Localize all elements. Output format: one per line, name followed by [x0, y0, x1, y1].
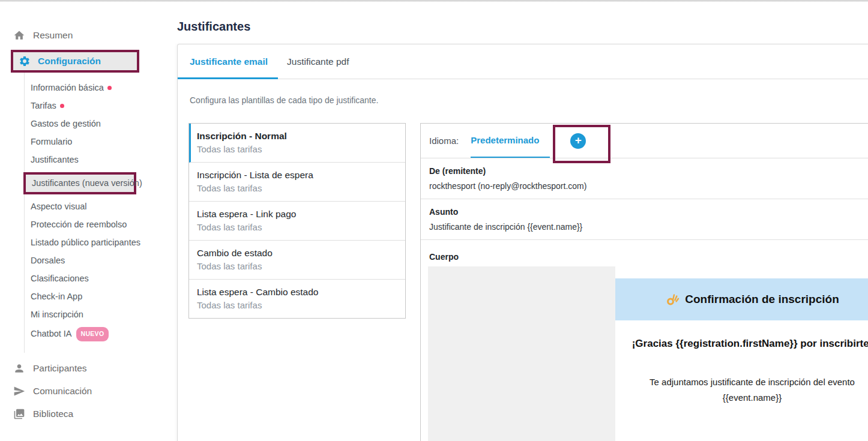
template-subtitle: Todas las tarifas [197, 143, 397, 156]
sidebar-subitem-dorsales[interactable]: Dorsales [31, 255, 142, 266]
photo-library-icon [13, 408, 25, 420]
sidebar-subitem-clasificaciones[interactable]: Clasificaciones [31, 273, 142, 284]
template-title: Inscripción - Lista de espera [197, 169, 397, 182]
template-editor-panel: Idioma: Predeterminado + De (remitente) … [420, 123, 868, 441]
tab-justificante-email[interactable]: Justificante email [190, 56, 268, 67]
field-value[interactable]: Justificante de inscripción {{event.name… [429, 222, 868, 232]
field-de-remitente: De (remitente) rockthesport (no-reply@ro… [421, 158, 868, 199]
sidebar-subitem-proteccion-de-reembolso[interactable]: Protección de reembolso [31, 219, 142, 230]
sidebar-bottom-group: Participantes Comunicación Biblioteca [0, 361, 171, 421]
email-preview: Confirmación de inscripción ¡Gracias {{r… [428, 266, 868, 441]
body-label: Cuerpo [421, 240, 868, 266]
sidebar-subitem-listado-publico-participantes[interactable]: Listado público participantes [31, 237, 142, 248]
email-preview-body: Confirmación de inscripción ¡Gracias {{r… [615, 266, 868, 441]
sidebar-item-label: Configuración [38, 56, 101, 67]
email-body-text: Te adjuntamos justificante de inscripció… [615, 374, 868, 406]
sidebar-item-resumen[interactable]: Resumen [13, 29, 171, 42]
subitem-label: Protección de reembolso [31, 220, 127, 229]
template-title: Cambio de estado [197, 247, 397, 260]
language-label: Idioma: [429, 136, 459, 146]
sidebar-subitem-check-in-app[interactable]: Check-in App [31, 291, 142, 302]
active-tab-underline [178, 77, 278, 79]
sidebar-subitem-tarifas[interactable]: Tarifas [31, 100, 142, 112]
alert-dot-icon [107, 86, 112, 90]
person-icon [13, 362, 25, 374]
ok-hand-emoji-icon [665, 292, 680, 307]
field-value[interactable]: rockthesport (no-reply@rockthesport.com) [429, 181, 868, 191]
sidebar-item-participantes[interactable]: Participantes [13, 361, 171, 375]
sidebar-item-label: Biblioteca [33, 409, 73, 419]
subitem-label: Formulario [31, 137, 72, 146]
alert-dot-icon [60, 104, 64, 108]
subitem-label: Listado público participantes [31, 238, 140, 247]
field-asunto: Asunto Justificante de inscripción {{eve… [421, 199, 868, 240]
subitem-label: Gastos de gestión [31, 119, 101, 128]
template-item-inscripcion-normal[interactable]: Inscripción - Normal Todas las tarifas [189, 124, 405, 163]
annotation-box-justificantes-nueva-version: Justificantes (nueva versión) [23, 172, 136, 194]
template-item-lista-espera-cambio-estado[interactable]: Lista espera - Cambio estado Todas las t… [189, 280, 405, 318]
template-title: Lista espera - Cambio estado [197, 286, 397, 299]
add-language-button[interactable]: + [570, 133, 586, 149]
main-content: Justificantes Justificante email Justifi… [177, 0, 868, 441]
sidebar-subitem-justificantes-nueva-version[interactable]: Justificantes (nueva versión) [32, 178, 143, 189]
subitem-label: Dorsales [31, 256, 65, 265]
subitem-label: Tarifas [31, 101, 56, 110]
email-greeting: ¡Gracias {{registration.firstName}} por … [615, 336, 868, 352]
sidebar-item-label: Comunicación [33, 386, 92, 397]
nuevo-badge: NUEVO [76, 327, 109, 341]
subitem-label: Justificantes [31, 155, 79, 164]
subitem-label: Mi inscripción [31, 310, 83, 319]
template-subtitle: Todas las tarifas [197, 260, 397, 273]
template-subtitle: Todas las tarifas [197, 221, 397, 234]
content-row: Inscripción - Normal Todas las tarifas I… [178, 105, 868, 441]
subitem-label: Check-in App [31, 292, 82, 301]
subitem-label: Justificantes (nueva versión) [32, 178, 142, 188]
subitem-label: Clasificaciones [31, 274, 89, 283]
gear-icon [19, 55, 31, 67]
template-subtitle: Todas las tarifas [197, 299, 397, 312]
template-item-inscripcion-lista-de-espera[interactable]: Inscripción - Lista de espera Todas las … [189, 163, 405, 202]
sidebar-subitem-justificantes[interactable]: Justificantes [31, 154, 142, 166]
sidebar-item-configuracion[interactable]: Configuración [19, 55, 101, 67]
sidebar-item-comunicacion[interactable]: Comunicación [13, 384, 171, 398]
sidebar-subitem-aspecto-visual[interactable]: Aspecto visual [31, 201, 142, 212]
annotation-box-configuracion: Configuración [11, 50, 139, 73]
language-tab-predeterminado[interactable]: Predeterminado [471, 124, 550, 158]
template-item-lista-espera-link-pago[interactable]: Lista espera - Link pago Todas las tarif… [189, 202, 405, 241]
sidebar-subitem-informacion-basica[interactable]: Información básica [31, 82, 142, 94]
template-subtitle: Todas las tarifas [197, 182, 397, 195]
sidebar: Resumen Configuración Información básica… [0, 2, 171, 441]
sidebar-subitem-chatbot-ia[interactable]: Chatbot IANUEVO [31, 327, 142, 341]
justificantes-card: Justificante email Justificante pdf Conf… [177, 44, 868, 441]
sidebar-item-label: Resumen [33, 30, 73, 41]
template-list: Inscripción - Normal Todas las tarifas I… [188, 123, 406, 319]
plus-icon: + [575, 134, 582, 146]
section-description: Configura las plantillas de cada tipo de… [178, 79, 868, 105]
sidebar-subitem-gastos-de-gestion[interactable]: Gastos de gestión [31, 118, 142, 130]
sidebar-item-biblioteca[interactable]: Biblioteca [13, 407, 171, 421]
language-row: Idioma: Predeterminado + [421, 124, 868, 158]
send-icon [13, 385, 25, 397]
home-icon [13, 29, 25, 41]
subitem-label: Aspecto visual [31, 202, 87, 211]
page-title: Justificantes [177, 20, 868, 34]
template-title: Lista espera - Link pago [197, 208, 397, 221]
sidebar-subitem-mi-inscripcion[interactable]: Mi inscripción [31, 309, 142, 320]
configuracion-submenu: Información básica Tarifas Gastos de ges… [24, 73, 171, 353]
field-label: De (remitente) [429, 166, 868, 176]
tab-bar: Justificante email Justificante pdf [178, 44, 868, 79]
sidebar-subitem-formulario[interactable]: Formulario [31, 136, 142, 148]
subitem-label: Información básica [31, 83, 104, 92]
field-label: Asunto [429, 207, 868, 217]
tab-justificante-pdf[interactable]: Justificante pdf [287, 56, 349, 67]
email-header-title: Confirmación de inscripción [685, 293, 839, 306]
subitem-label: Chatbot IA [31, 329, 72, 338]
email-header-band: Confirmación de inscripción [615, 278, 868, 320]
template-item-cambio-de-estado[interactable]: Cambio de estado Todas las tarifas [189, 241, 405, 280]
sidebar-item-label: Participantes [33, 363, 87, 374]
template-title: Inscripción - Normal [197, 130, 397, 143]
